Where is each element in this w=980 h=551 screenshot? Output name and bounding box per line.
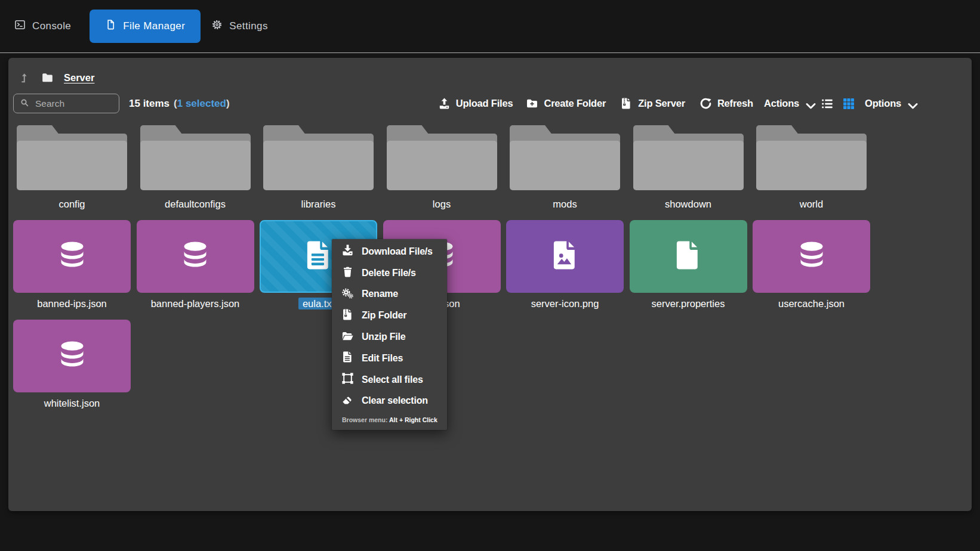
search-icon: [20, 98, 29, 110]
tile-label: whitelist.json: [13, 397, 131, 410]
file-icon: [105, 19, 116, 33]
file-tile-banned-ips[interactable]: banned-ips.json: [13, 220, 131, 310]
chevron-down-icon: [907, 100, 914, 107]
upload-files-button[interactable]: Upload Files: [438, 97, 513, 110]
folder-tile-libraries[interactable]: libraries: [260, 122, 377, 211]
up-directory-button[interactable]: [20, 72, 31, 83]
file-tile-server-properties[interactable]: server.properties: [630, 220, 747, 310]
file-blank-icon: [672, 239, 704, 274]
menu-item-rename[interactable]: Rename: [332, 284, 447, 305]
menu-item-unzip[interactable]: Unzip File: [332, 326, 447, 348]
tile-label: usercache.json: [753, 298, 870, 310]
context-menu-footer: Browser menu: Alt + Right Click: [332, 411, 447, 430]
gear-icon: [211, 19, 223, 33]
tab-file-manager-label: File Manager: [123, 20, 185, 32]
toolbar-actions: Upload Files Create Folder Zip Server Re…: [438, 97, 914, 110]
grid-view-button[interactable]: [842, 97, 855, 110]
menu-item-zip-folder[interactable]: Zip Folder: [332, 305, 447, 326]
menu-item-clear-selection[interactable]: Clear selection: [332, 391, 447, 412]
selection-count: (1 selected): [174, 98, 230, 110]
file-manager-panel: Server 15 items (1 selected) Upload File…: [8, 58, 972, 511]
tab-settings-label: Settings: [229, 20, 268, 32]
tab-file-manager[interactable]: File Manager: [90, 10, 201, 43]
top-tab-bar: Console File Manager Settings: [0, 0, 980, 53]
folder-tile-world[interactable]: world: [753, 122, 870, 211]
file-grid: config defaultconfigs libraries logs mod…: [8, 122, 967, 410]
list-view-button[interactable]: [821, 97, 834, 110]
create-folder-button[interactable]: Create Folder: [526, 97, 606, 110]
folder-tile-defaultconfigs[interactable]: defaultconfigs: [137, 122, 254, 211]
zip-file-icon: [341, 308, 354, 323]
trash-icon: [341, 265, 354, 280]
tile-label: world: [753, 198, 870, 211]
database-icon: [179, 239, 211, 274]
tab-settings[interactable]: Settings: [210, 19, 269, 33]
tile-label: mods: [506, 198, 624, 211]
search-input[interactable]: [34, 98, 113, 110]
tile-label: config: [13, 198, 131, 211]
grid-view-icon: [842, 97, 855, 110]
folder-plus-icon: [526, 97, 538, 110]
chevron-down-icon: [805, 100, 812, 107]
zip-file-icon: [620, 97, 633, 110]
folder-tile-mods[interactable]: mods: [506, 122, 624, 211]
context-menu: Download File/s Delete File/s Rename Zip…: [332, 239, 447, 430]
tile-label: libraries: [260, 198, 377, 211]
file-lines-icon: [341, 351, 354, 366]
tile-label: server-icon.png: [506, 298, 624, 310]
folder-shape-icon: [137, 122, 254, 193]
list-view-icon: [821, 97, 834, 110]
menu-item-edit-files[interactable]: Edit Files: [332, 348, 447, 369]
menu-item-download[interactable]: Download File/s: [332, 241, 447, 262]
upload-icon: [438, 97, 451, 110]
options-dropdown[interactable]: Options: [865, 98, 914, 109]
eraser-icon: [341, 394, 354, 408]
terminal-icon: [14, 19, 26, 33]
database-icon: [796, 239, 828, 274]
toolbar: 15 items (1 selected) Upload Files Creat…: [8, 94, 972, 113]
zip-server-button[interactable]: Zip Server: [620, 97, 685, 110]
file-tile-banned-players[interactable]: banned-players.json: [137, 220, 254, 310]
menu-item-select-all[interactable]: Select all files: [332, 369, 447, 391]
file-tile-whitelist[interactable]: whitelist.json: [13, 320, 131, 410]
folder-shape-icon: [506, 122, 624, 193]
folder-shape-icon: [753, 122, 870, 193]
folder-shape-icon: [630, 122, 747, 193]
file-image-icon: [549, 239, 581, 274]
gears-icon: [341, 287, 354, 302]
database-icon: [56, 239, 88, 274]
download-icon: [341, 244, 354, 259]
tile-label: defaultconfigs: [137, 198, 254, 211]
refresh-button[interactable]: Refresh: [699, 97, 753, 110]
file-tile-server-icon-png[interactable]: server-icon.png: [506, 220, 624, 310]
folder-shape-icon: [13, 122, 131, 193]
actions-dropdown[interactable]: Actions: [764, 98, 812, 109]
folder-tile-showdown[interactable]: showdown: [630, 122, 747, 211]
tab-console-label: Console: [32, 20, 71, 32]
file-lines-icon: [303, 239, 335, 274]
tile-label: server.properties: [630, 298, 747, 310]
items-count: 15 items (1 selected): [129, 98, 230, 110]
folder-shape-icon: [383, 122, 501, 193]
menu-item-delete[interactable]: Delete File/s: [332, 262, 447, 284]
folder-tile-config[interactable]: config: [13, 122, 131, 211]
refresh-icon: [699, 97, 712, 110]
tile-label: banned-ips.json: [13, 298, 131, 310]
folder-open-icon: [341, 330, 354, 345]
tile-label: banned-players.json: [137, 298, 254, 310]
database-icon: [56, 339, 88, 373]
search-box[interactable]: [13, 94, 119, 113]
tile-label: showdown: [630, 198, 747, 211]
file-tile-usercache[interactable]: usercache.json: [753, 220, 870, 310]
breadcrumb: Server: [8, 58, 972, 85]
breadcrumb-root-link[interactable]: Server: [64, 72, 94, 83]
folder-shape-icon: [260, 122, 377, 193]
breadcrumb-folder-icon: [41, 72, 54, 84]
folder-tile-logs[interactable]: logs: [383, 122, 501, 211]
select-all-icon: [341, 372, 354, 387]
tab-console[interactable]: Console: [13, 19, 72, 33]
tile-label: logs: [383, 198, 501, 211]
